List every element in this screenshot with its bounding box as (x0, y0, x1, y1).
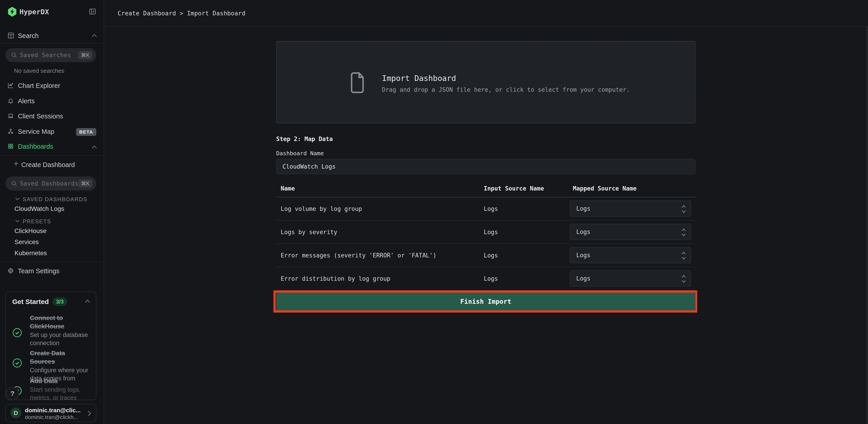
mapped-source-select[interactable]: Logs (570, 200, 691, 217)
topbar: Create Dashboard > Import Dashboard (104, 0, 868, 27)
divider (0, 262, 103, 262)
select-value: Logs (576, 252, 590, 259)
row-input-source: Logs (484, 205, 498, 212)
check-circle-icon (12, 328, 22, 338)
mapped-source-select[interactable]: Logs (570, 247, 691, 263)
user-email: dominic.tran@clickh... (25, 414, 78, 420)
get-started-title: Get Started (12, 298, 49, 305)
gear-icon (7, 268, 14, 274)
sidebar-item-label: Service Map (18, 128, 54, 135)
mapped-source-select[interactable]: Logs (570, 270, 691, 287)
select-carets-icon (681, 228, 686, 237)
sidebar-dashboard-cloudwatch-logs[interactable]: CloudWatch Logs (14, 205, 64, 213)
main-content: Import Dashboard Drag and drop a JSON fi… (104, 27, 868, 424)
team-settings-label: Team Settings (18, 267, 60, 275)
mapping-table: Name Input Source Name Mapped Source Nam… (276, 183, 695, 290)
laptop-icon (7, 113, 14, 119)
sidebar-item-alerts[interactable]: Alerts (0, 95, 103, 108)
shortcut-badge: ⌘K (78, 180, 92, 188)
row-input-source: Logs (484, 229, 498, 235)
select-carets-icon (681, 204, 686, 214)
dashboard-name-value: CloudWatch Logs (282, 163, 336, 170)
search-icon (11, 181, 17, 187)
table-row: Log volume by log group Logs Logs (276, 197, 695, 221)
saved-dashboards-placeholder: Saved Dashboards (20, 180, 78, 187)
search-section-header[interactable]: Search (0, 31, 103, 42)
row-name: Error distribution by log group (281, 275, 390, 282)
select-value: Logs (576, 205, 590, 212)
sidebar-item-label: Alerts (18, 97, 35, 105)
chevron-down-icon (15, 197, 20, 201)
sidebar-item-dashboards[interactable]: Dashboards (0, 140, 103, 154)
sidebar-item-label: Chart Explorer (18, 82, 60, 90)
scrollbar[interactable] (866, 27, 868, 424)
dropzone-title: Import Dashboard (382, 74, 456, 83)
user-account-button[interactable]: D dominic.tran@clic... dominic.tran@clic… (5, 404, 96, 422)
dashboard-name-input[interactable]: CloudWatch Logs (276, 159, 695, 174)
sidebar-item-service-map[interactable]: Service Map BETA (0, 125, 103, 139)
sidebar-collapse-icon[interactable] (89, 8, 96, 15)
saved-dashboards-input[interactable]: Saved Dashboards ⌘K (5, 176, 96, 191)
sidebar-item-client-sessions[interactable]: Client Sessions (0, 110, 103, 124)
search-section-label: Search (18, 32, 39, 39)
row-input-source: Logs (484, 252, 498, 259)
divider (0, 43, 103, 43)
sidebar-item-team-settings[interactable]: Team Settings (0, 265, 103, 279)
saved-dashboards-section-header[interactable]: SAVED DASHBOARDS (23, 196, 87, 202)
table-row: Error messages (severity 'ERROR' or 'FAT… (276, 244, 695, 267)
mapped-source-select[interactable]: Logs (570, 224, 691, 240)
chevron-down-icon (15, 219, 20, 223)
finish-import-button[interactable]: Finish Import (276, 293, 695, 310)
create-dashboard-button[interactable]: Create Dashboard (0, 159, 103, 172)
presets-section-header[interactable]: PRESETS (23, 218, 51, 225)
logo-row: HyperDX (0, 5, 103, 19)
chart-explorer-icon (7, 82, 14, 89)
sidebar-item-label: Dashboards (18, 143, 53, 150)
column-header-input-source: Input Source Name (484, 185, 544, 192)
chevron-up-icon (91, 33, 97, 38)
row-name: Log volume by log group (281, 205, 362, 212)
row-name: Error messages (severity 'ERROR' or 'FAT… (281, 252, 436, 259)
checklist-item-subtitle: Set up your database connection (30, 331, 91, 347)
beta-badge: BETA (76, 128, 96, 136)
annotation-highlight-box: Finish Import (273, 290, 697, 313)
table-header-row: Name Input Source Name Mapped Source Nam… (276, 183, 695, 197)
sidebar-preset-kubernetes[interactable]: Kubernetes (14, 250, 47, 257)
sidebar-item-chart-explorer[interactable]: Chart Explorer (0, 79, 103, 93)
saved-searches-placeholder: Saved Searches (20, 52, 71, 59)
sidebar-preset-clickhouse[interactable]: ClickHouse (14, 227, 46, 235)
sidebar-preset-services[interactable]: Services (14, 238, 39, 246)
bell-icon (7, 98, 14, 104)
app-title: HyperDX (20, 8, 49, 16)
select-carets-icon (681, 274, 686, 284)
app-window: HyperDX Search Saved Searches ⌘K No save… (0, 0, 868, 424)
column-header-mapped-source: Mapped Source Name (573, 185, 637, 192)
service-map-icon (7, 128, 14, 134)
check-circle-icon (12, 358, 22, 368)
search-section-icon (7, 32, 14, 39)
user-name: dominic.tran@clic... (25, 407, 81, 414)
select-carets-icon (681, 251, 686, 260)
step-label: Step 2: Map Data (276, 136, 333, 142)
row-name: Logs by severity (281, 229, 337, 235)
dashboards-icon (7, 143, 14, 150)
breadcrumb: Create Dashboard > Import Dashboard (118, 10, 245, 17)
chevron-up-icon (91, 144, 97, 150)
chevron-right-icon (87, 410, 91, 417)
sidebar: HyperDX Search Saved Searches ⌘K No save… (0, 0, 104, 424)
shortcut-badge: ⌘K (78, 51, 92, 59)
file-icon (349, 71, 366, 94)
search-icon (11, 52, 17, 58)
help-button[interactable]: ? (6, 387, 19, 400)
import-dropzone[interactable]: Import Dashboard Drag and drop a JSON fi… (276, 41, 695, 123)
get-started-progress-badge: 3/3 (53, 297, 67, 306)
chevron-up-icon[interactable] (85, 299, 90, 303)
checklist-item-subtitle: Start sending logs, metrics, or traces (30, 386, 91, 402)
checklist-item-title: Connect to ClickHouse (30, 314, 91, 330)
saved-searches-input[interactable]: Saved Searches ⌘K (5, 48, 96, 62)
dashboard-name-label: Dashboard Name (276, 150, 324, 157)
select-value: Logs (576, 228, 590, 235)
sidebar-item-label: Client Sessions (18, 112, 63, 120)
no-saved-searches-note: No saved searches (14, 67, 64, 74)
plus-icon (13, 161, 19, 167)
